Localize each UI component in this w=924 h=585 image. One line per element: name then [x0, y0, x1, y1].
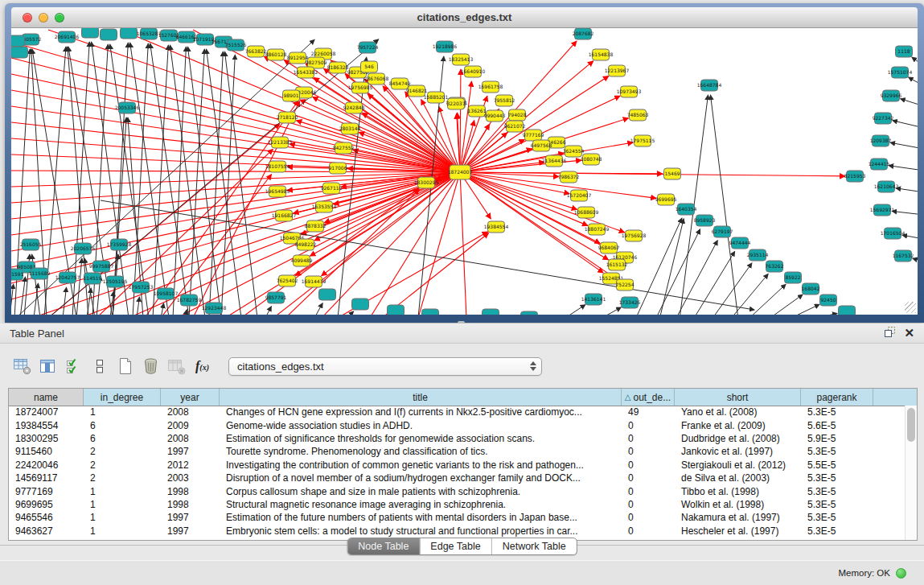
graph-node[interactable] — [319, 289, 336, 300]
table-cell[interactable]: Investigating the contribution of common… — [220, 459, 622, 471]
table-cell[interactable]: 22420046 — [9, 459, 84, 471]
table-cell[interactable]: Nakamura et al. (1997) — [675, 512, 801, 523]
graph-node[interactable] — [11, 47, 28, 58]
table-row[interactable]: 911546021997Tourette syndrome. Phenomeno… — [9, 445, 905, 458]
table-cell[interactable]: 5.3E-5 — [801, 406, 873, 418]
table-cell[interactable]: 1 — [84, 406, 161, 418]
resize-grip-icon[interactable] — [905, 302, 916, 313]
table-row[interactable]: 2242004622012Investigating the contribut… — [9, 459, 905, 472]
table-cell[interactable]: 2012 — [161, 459, 220, 471]
table-cell[interactable]: 1997 — [161, 512, 220, 523]
graph-node[interactable] — [352, 299, 369, 310]
table-cell[interactable]: 9777169 — [9, 486, 84, 497]
table-cell[interactable]: 2009 — [161, 420, 220, 431]
table-cell[interactable]: Stergiakouli et al. (2012) — [675, 459, 801, 471]
table-cell[interactable]: Tourette syndrome. Phenomenology and cla… — [220, 446, 622, 457]
table-cell[interactable]: 1997 — [161, 446, 220, 457]
select-all-icon[interactable] — [63, 356, 84, 377]
close-panel-icon[interactable]: ✕ — [904, 328, 914, 339]
table-cell[interactable]: 0 — [622, 446, 675, 457]
table-cell[interactable]: de Silva et al. (2003) — [675, 472, 801, 484]
table-cell[interactable]: 9115460 — [9, 446, 84, 457]
table-row[interactable]: 1456911722003Disruption of a novel membe… — [9, 472, 905, 484]
table-cell[interactable]: Yano et al. (2008) — [675, 406, 801, 418]
table-cell[interactable]: Structural magnetic resonance image aver… — [220, 499, 622, 510]
table-settings-icon[interactable] — [11, 356, 33, 377]
table-cell[interactable]: Genome-wide association studies in ADHD. — [220, 420, 622, 431]
table-cell[interactable]: 18300295 — [9, 433, 84, 444]
table-cell[interactable]: 0 — [622, 486, 675, 497]
table-row[interactable]: 1872400712008Changes of HCN gene express… — [9, 406, 905, 418]
table-selector[interactable]: citations_edges.txt — [228, 357, 542, 376]
graph-node[interactable] — [82, 28, 99, 38]
table-cell[interactable]: Wolkin et al. (1998) — [675, 499, 801, 510]
table-cell[interactable]: 2 — [84, 472, 161, 484]
table-cell[interactable]: 5.3E-5 — [801, 499, 873, 510]
table-cell[interactable]: 5.3E-5 — [801, 472, 873, 484]
column-header-name[interactable]: name — [9, 389, 84, 406]
table-cell[interactable]: Hescheler et al. (1997) — [675, 525, 801, 537]
table-cell[interactable]: 5.3E-5 — [801, 486, 873, 497]
table-cell[interactable]: 0 — [622, 433, 675, 444]
delete-table-icon[interactable] — [140, 356, 162, 377]
table-cell[interactable]: 2003 — [161, 472, 220, 484]
table-cell[interactable]: Estimation of significance thresholds fo… — [220, 433, 622, 444]
table-cell[interactable]: 1 — [84, 512, 161, 523]
table-cell[interactable]: 5.5E-5 — [801, 459, 873, 471]
table-cell[interactable]: 0 — [622, 512, 675, 523]
table-cell[interactable]: 9699695 — [9, 499, 84, 510]
table-cell[interactable]: 0 — [622, 472, 675, 484]
table-cell[interactable]: 14569117 — [9, 472, 84, 484]
column-header-in-degree[interactable]: in_degree — [84, 389, 161, 406]
table-cell[interactable]: Franke et al. (2009) — [675, 420, 801, 431]
column-header-short[interactable]: short — [675, 389, 801, 406]
new-table-icon[interactable] — [114, 356, 136, 377]
table-cell[interactable]: Dudbridge et al. (2008) — [675, 433, 801, 444]
graph-node[interactable] — [839, 306, 856, 315]
table-cell[interactable]: Jankovic et al. (1997) — [675, 446, 801, 457]
table-cell[interactable]: 0 — [622, 499, 675, 510]
table-row[interactable]: 1938455462009Genome-wide association stu… — [9, 418, 905, 431]
graph-node[interactable] — [121, 28, 138, 39]
table-row[interactable]: 946554611997Estimation of the future num… — [9, 511, 905, 524]
close-window-icon[interactable] — [23, 13, 32, 23]
zoom-window-icon[interactable] — [55, 13, 64, 23]
column-header-year[interactable]: year — [161, 389, 220, 406]
table-row[interactable]: 946362711997Embryonic stem cells: a mode… — [9, 525, 905, 538]
table-row[interactable]: 1830029562008Estimation of significance … — [9, 432, 905, 445]
float-panel-icon[interactable] — [884, 326, 896, 340]
table-cell[interactable]: 2 — [84, 446, 161, 457]
graph-node[interactable] — [11, 35, 25, 47]
table-cell[interactable]: 5.3E-5 — [801, 512, 873, 523]
table-cell[interactable]: Estimation of the future numbers of pati… — [220, 512, 622, 523]
table-cell[interactable]: 2008 — [161, 406, 220, 418]
table-cell[interactable]: 2008 — [161, 433, 220, 444]
table-row[interactable]: 977716911998Corpus callosum shape and si… — [9, 484, 905, 497]
table-cell[interactable]: 2 — [84, 459, 161, 471]
table-cell[interactable]: 1 — [84, 525, 161, 537]
network-graph[interactable]: 1872400776638228860128891295422260058982… — [11, 28, 918, 315]
table-cell[interactable]: 1 — [84, 499, 161, 510]
table-cell[interactable]: 5.6E-5 — [801, 420, 873, 431]
table-cell[interactable]: 0 — [622, 459, 675, 471]
table-cell[interactable]: Embryonic stem cells: a model to study s… — [220, 525, 622, 537]
table-cell[interactable]: 1 — [84, 486, 161, 497]
table-cell[interactable]: 18724007 — [9, 406, 84, 418]
table-cell[interactable]: 5.3E-5 — [801, 446, 873, 457]
column-header-pagerank[interactable]: pagerank — [801, 389, 873, 406]
table-cell[interactable]: 5.3E-5 — [801, 525, 873, 537]
table-cell[interactable]: Changes of HCN gene expression and I(f) … — [220, 406, 622, 418]
function-builder-icon[interactable]: f(x) — [191, 356, 213, 377]
table-cell[interactable]: 9463627 — [9, 525, 84, 537]
table-row[interactable]: 969969511998Structural magnetic resonanc… — [9, 498, 905, 511]
column-header-out-de-[interactable]: △out_de... — [622, 389, 675, 406]
table-cell[interactable]: 1997 — [161, 525, 220, 537]
table-cell[interactable]: 0 — [622, 420, 675, 431]
window-titlebar[interactable]: citations_edges.txt — [11, 7, 918, 28]
column-header-title[interactable]: title — [220, 389, 622, 406]
table-cell[interactable]: 9465546 — [9, 512, 84, 523]
tab-edge-table[interactable]: Edge Table — [419, 538, 491, 554]
table-cell[interactable]: 49 — [622, 406, 675, 418]
graph-node[interactable] — [422, 309, 439, 315]
graph-node[interactable] — [483, 309, 499, 315]
